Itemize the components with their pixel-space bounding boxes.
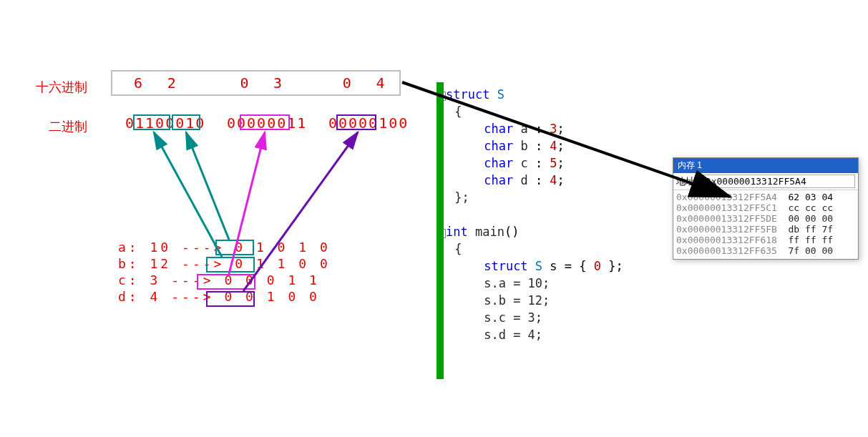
memory-address-row: 地址: [673,173,858,190]
bin-box-b-bits [133,114,170,130]
memory-row-0: 0x00000013312FF5A4 62 03 04 [676,192,855,202]
memory-body: 0x00000013312FF5A4 62 03 04 0x0000001331… [673,190,858,259]
memory-row-4: 0x00000013312FF618 ff ff ff [676,235,855,245]
bin-box-c-bits [240,114,290,130]
memory-row-2: 0x00000013312FF5DE 00 00 00 [676,213,855,224]
memory-address-input[interactable] [703,175,855,188]
var-d-val: 4 [150,289,161,304]
kw-struct: struct [446,87,489,102]
hex-d5: 4 [376,74,384,92]
hex-label: 十六进制 [36,79,87,96]
var-d-label: d: [118,289,150,304]
memory-address-label: 地址: [676,175,701,188]
arrow-a [186,132,229,240]
var-b-box [206,257,255,272]
memory-title: 内存 1 [673,158,858,173]
var-c-label: c: [118,272,150,288]
hex-d4: 0 [343,74,351,92]
memory-row-3: 0x00000013312FF5FB db ff 7f [676,224,855,235]
bin-box-d-bits [336,114,376,130]
code-gutter [437,82,444,379]
var-b-label: b: [118,256,150,271]
memory-row-1: 0x00000013312FF5C1 cc cc cc [676,202,855,213]
type-s: S [497,87,504,102]
hex-d3: 3 [273,74,282,92]
var-c-val: 3 [150,272,161,288]
bin-box-a-bits [172,114,200,130]
diagram-canvas: 十六进制 6 2 0 3 0 4 二进制 01100010 00000011 0… [0,0,868,437]
var-c-box [197,274,255,290]
hex-d2: 0 [240,74,248,92]
hex-box: 6 2 0 3 0 4 [111,70,401,96]
var-a-label: a: [118,240,150,255]
var-d-box [206,291,255,307]
arrow-b [154,132,222,257]
bin-label: 二进制 [49,118,87,135]
code-pane: -struct S { char a : 3; char b : 4; char… [437,82,673,379]
memory-row-5: 0x00000013312FF635 7f 00 00 [676,245,855,256]
hex-d0: 6 [134,74,142,92]
hex-d1: 2 [167,74,176,92]
var-a-val: 10 [150,240,172,255]
code-inner: -struct S { char a : 3; char b : 4; char… [447,82,673,343]
memory-panel: 内存 1 地址: 0x00000013312FF5A4 62 03 04 0x0… [673,157,859,260]
var-a-box [215,240,254,255]
var-b-val: 12 [150,256,172,271]
